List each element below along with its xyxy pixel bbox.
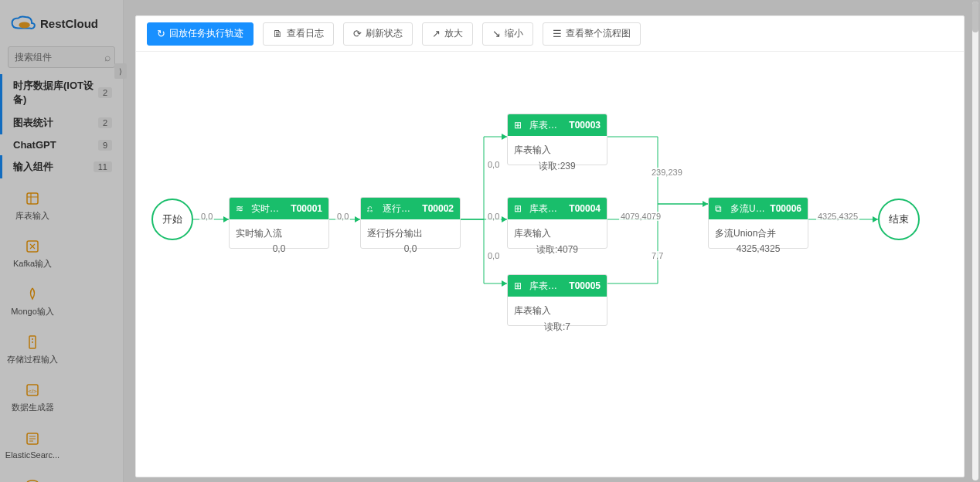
table-icon: ⊞	[514, 203, 526, 214]
node-subtext: 读取:4079	[507, 243, 607, 256]
arrowhead	[502, 134, 507, 140]
svg-point-4	[32, 338, 33, 340]
logo: RestCloud	[0, 0, 123, 46]
arrowhead	[873, 216, 878, 222]
category-iot[interactable]: 时序数据库(IOT设备) 2	[0, 74, 123, 111]
union-icon: ⧉	[715, 203, 727, 214]
category-chart[interactable]: 图表统计 2	[0, 111, 123, 134]
page-scrollbar[interactable]	[972, 2, 978, 480]
cloud-logo-icon	[11, 15, 36, 31]
edge-label: 0,0	[486, 251, 501, 260]
redis-icon	[24, 477, 41, 483]
stream-icon: ≋	[236, 203, 248, 214]
edge-label: 239,239	[650, 168, 684, 177]
svg-text:</>: </>	[28, 388, 37, 395]
search-input[interactable]	[8, 46, 115, 68]
component-mongo-input[interactable]: Mongo输入	[3, 277, 62, 325]
fit-icon: ☰	[553, 28, 562, 39]
zoom-in-icon: ↗	[432, 28, 441, 39]
table-icon: ⊞	[514, 120, 526, 131]
node-t00001[interactable]: ≋实时输入流T00001 实时输入流	[229, 197, 329, 249]
edge-label: 0,0	[486, 212, 501, 221]
category-chatgpt[interactable]: ChatGPT 9	[0, 134, 123, 155]
start-node[interactable]: 开始	[151, 199, 193, 240]
table-icon: ⊞	[514, 280, 526, 291]
table-icon	[24, 190, 41, 207]
generator-icon: </>	[24, 382, 41, 399]
component-stored-proc-input[interactable]: 存储过程输入	[3, 325, 62, 373]
scrollbar-thumb[interactable]	[972, 2, 978, 32]
view-logs-button[interactable]: 🗎查看日志	[263, 22, 334, 46]
arrowhead	[703, 201, 708, 207]
edge-label: 0,0	[335, 212, 350, 221]
category-count: 2	[98, 87, 112, 98]
mongo-icon	[24, 286, 41, 303]
category-count: 11	[94, 161, 112, 172]
component-data-generator[interactable]: </>数据生成器	[3, 373, 62, 421]
svg-rect-1	[27, 193, 38, 204]
split-icon: ⎌	[367, 203, 379, 214]
view-all-button[interactable]: ☰查看整个流程图	[543, 22, 641, 46]
node-t00004[interactable]: ⊞库表输入T00004 库表输入	[507, 197, 607, 249]
replay-icon: ↻	[157, 28, 165, 39]
edge-label: 4079,4079	[619, 212, 662, 221]
zoom-out-button[interactable]: ↘缩小	[482, 22, 533, 46]
brand-name: RestCloud	[40, 17, 98, 30]
zoom-in-button[interactable]: ↗放大	[422, 22, 473, 46]
document-icon: 🗎	[273, 28, 283, 39]
refresh-icon: ⟳	[353, 28, 362, 39]
zoom-out-icon: ↘	[492, 28, 501, 39]
svg-point-0	[19, 22, 29, 28]
kafka-icon	[24, 238, 41, 255]
toolbar: ↻回放任务执行轨迹 🗎查看日志 ⟳刷新状态 ↗放大 ↘缩小 ☰查看整个流程图	[136, 16, 964, 52]
arrowhead	[502, 280, 507, 287]
edge-label: 7,7	[650, 251, 665, 260]
proc-icon	[24, 334, 41, 351]
node-footer: 4325,4325	[708, 243, 808, 254]
component-search[interactable]: ⌕	[8, 46, 115, 68]
edge-label: 0,0	[486, 160, 501, 169]
component-kafka-input[interactable]: Kafka输入	[3, 229, 62, 277]
flow-canvas[interactable]: 0,0 0,0 0,0 0,0 0,0 239,239 4079,4079 7,…	[136, 52, 964, 477]
edge-label: 0,0	[199, 212, 214, 221]
arrowhead	[502, 216, 507, 222]
node-subtext: 读取:7	[507, 321, 607, 334]
category-label: 时序数据库(IOT设备)	[13, 79, 98, 107]
category-count: 9	[98, 140, 112, 151]
refresh-button[interactable]: ⟳刷新状态	[343, 22, 413, 46]
arrowhead	[355, 216, 360, 222]
node-subtext: 读取:239	[507, 160, 607, 173]
sidebar-collapse-toggle[interactable]: ⟩	[114, 63, 127, 79]
category-label: ChatGPT	[13, 139, 56, 151]
sidebar: RestCloud ⌕ ⟩ 时序数据库(IOT设备) 2 图表统计 2 Chat…	[0, 0, 124, 482]
category-label: 输入组件	[13, 160, 53, 174]
svg-point-5	[32, 341, 33, 343]
replay-button[interactable]: ↻回放任务执行轨迹	[147, 22, 254, 46]
node-t00006[interactable]: ⧉多流Union...T00006 多流Union合并	[708, 197, 808, 249]
node-t00002[interactable]: ⎌逐行拆分输...T00002 逐行拆分输出	[360, 197, 461, 249]
es-icon	[24, 430, 41, 447]
node-footer: 0,0	[229, 243, 329, 254]
input-components-grid: 库表输入 Kafka输入 Mongo输入 存储过程输入 </>数据生成器 Ela…	[0, 178, 123, 482]
category-count: 2	[98, 117, 112, 128]
node-t00003[interactable]: ⊞库表输入T00003 库表输入	[507, 114, 607, 165]
node-footer: 0,0	[360, 243, 461, 254]
node-t00005[interactable]: ⊞库表输入T00005 库表输入	[507, 274, 607, 326]
flow-dialog: ↻回放任务执行轨迹 🗎查看日志 ⟳刷新状态 ↗放大 ↘缩小 ☰查看整个流程图	[135, 15, 965, 477]
end-node[interactable]: 结束	[878, 199, 920, 240]
category-input[interactable]: 输入组件 11	[0, 155, 123, 178]
component-table-input[interactable]: 库表输入	[3, 182, 62, 229]
component-elasticsearch[interactable]: ElasticSearc...	[3, 421, 62, 469]
category-label: 图表统计	[13, 116, 53, 130]
edge-label: 4325,4325	[816, 212, 859, 221]
component-redis[interactable]: Redis数据...	[3, 469, 62, 482]
arrowhead	[223, 216, 229, 222]
